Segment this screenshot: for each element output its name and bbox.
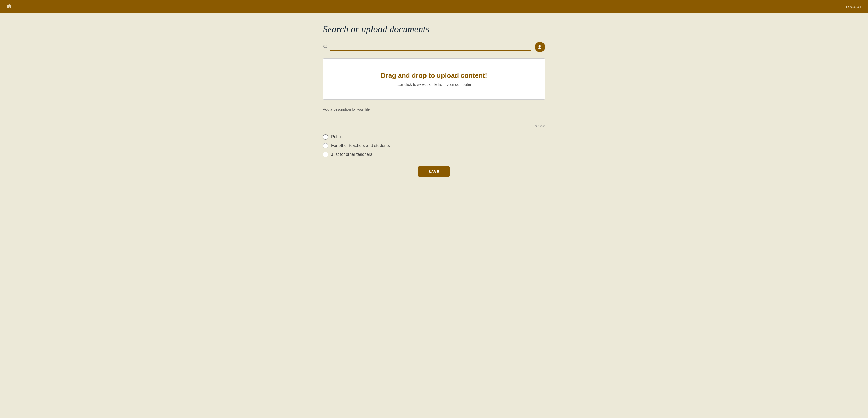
radio-item-public[interactable]: Public [323, 135, 545, 140]
search-row [323, 42, 545, 52]
save-button-wrap: SAVE [323, 167, 545, 177]
radio-label-public: Public [331, 135, 343, 139]
drop-zone-title: Drag and drop to upload content! [328, 71, 540, 80]
drop-zone-subtitle: ...or click to select a file from your c… [328, 82, 540, 87]
radio-label-teachers-students: For other teachers and students [331, 143, 390, 148]
drop-zone[interactable]: Drag and drop to upload content! ...or c… [323, 58, 545, 100]
description-input[interactable] [323, 112, 545, 123]
radio-teachers-only[interactable] [323, 152, 328, 157]
page-title: Search or upload documents [323, 24, 545, 35]
home-icon[interactable] [6, 3, 12, 10]
radio-group: Public For other teachers and students J… [323, 135, 545, 157]
search-input[interactable] [330, 44, 531, 51]
radio-public[interactable] [323, 135, 328, 140]
radio-item-teachers-only[interactable]: Just for other teachers [323, 152, 545, 157]
logout-button[interactable]: LOGOUT [846, 5, 862, 9]
main-content: Search or upload documents Drag and drop… [318, 13, 550, 187]
save-button[interactable]: SAVE [418, 167, 450, 177]
upload-button[interactable] [535, 42, 545, 52]
description-section: Add a description for your file 0 / 250 [323, 107, 545, 128]
radio-label-teachers-only: Just for other teachers [331, 152, 372, 157]
navbar: LOGOUT [0, 0, 868, 13]
search-icon [323, 44, 328, 50]
char-count: 0 / 250 [323, 124, 545, 128]
radio-item-teachers-students[interactable]: For other teachers and students [323, 143, 545, 148]
radio-teachers-students[interactable] [323, 143, 328, 148]
description-label: Add a description for your file [323, 107, 370, 111]
